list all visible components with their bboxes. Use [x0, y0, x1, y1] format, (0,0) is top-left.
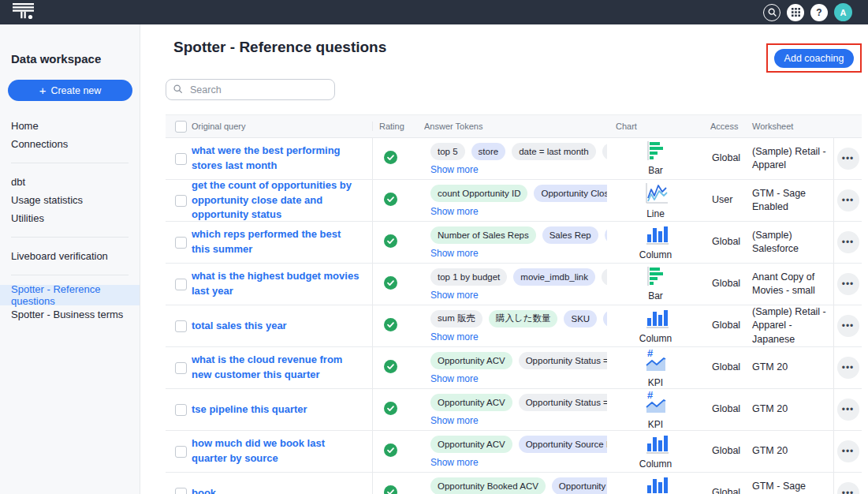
table-row: book Opportunity Booked ACVOpportunity S… — [166, 473, 862, 494]
table-body: what were the best performing stores las… — [166, 138, 862, 494]
show-more-link[interactable]: Show more — [430, 290, 607, 301]
column-header-worksheet[interactable]: Worksheet — [746, 122, 833, 131]
column-chart-icon — [643, 308, 669, 332]
token-chip: Opportunity Source De — [519, 436, 607, 453]
show-more-link[interactable]: Show more — [430, 331, 607, 342]
sidebar-divider — [11, 163, 129, 163]
query-link[interactable]: tse pipeline this quarter — [192, 402, 307, 417]
rating-check-circle-icon — [384, 276, 397, 293]
answer-tokens: top 5storedate = last months — [430, 143, 607, 160]
row-checkbox[interactable] — [175, 237, 187, 249]
token-chip: SKU — [564, 310, 597, 327]
row-checkbox[interactable] — [175, 279, 187, 290]
answer-tokens: Opportunity ACVOpportunity Status = 't — [430, 352, 607, 369]
worksheet-name: GTM 20 — [752, 402, 788, 417]
sidebar-item-spotter-reference-questions[interactable]: Spotter - Reference questions — [0, 285, 140, 305]
column-header-chart[interactable]: Chart — [607, 122, 704, 131]
column-header-access[interactable]: Access — [704, 122, 746, 131]
row-checkbox[interactable] — [175, 488, 187, 494]
query-link[interactable]: total sales this year — [192, 319, 287, 334]
column-header-original-query[interactable]: Original query — [192, 122, 372, 131]
row-actions-button[interactable]: ••• — [837, 189, 859, 211]
apps-grid-icon[interactable] — [787, 4, 804, 21]
row-actions-button[interactable]: ••• — [837, 440, 859, 462]
token-chip: store — [471, 143, 506, 160]
add-coaching-button[interactable]: Add coaching — [774, 49, 854, 68]
sidebar-divider — [11, 237, 129, 238]
table-row: what is the highest budget movies last y… — [166, 264, 862, 305]
search-field[interactable] — [166, 79, 335, 100]
chart-type-label: Column — [639, 249, 672, 260]
sidebar-item-usage-statistics[interactable]: Usage statistics — [0, 191, 140, 209]
row-actions-button[interactable]: ••• — [837, 357, 859, 379]
token-chip: Number of Sales Reps — [430, 226, 536, 244]
show-more-link[interactable]: Show more — [430, 164, 607, 175]
worksheet-name: GTM - Sage Enabled — [752, 480, 830, 494]
access-value: Global — [712, 319, 740, 333]
query-link[interactable]: what is the highest budget movies last y… — [192, 269, 361, 299]
table-row: which reps performed the best this summe… — [166, 222, 862, 264]
row-actions-button[interactable]: ••• — [837, 399, 859, 421]
query-link[interactable]: get the count of opportunities by opport… — [192, 178, 361, 223]
table-row: what is the cloud revenue from new custo… — [166, 347, 862, 389]
sidebar-item-spotter-business-terms[interactable]: Spotter - Business terms — [0, 305, 140, 324]
row-actions-button[interactable]: ••• — [837, 148, 859, 170]
token-chip: s — [602, 143, 607, 160]
chart-type-label: KPI — [648, 419, 663, 430]
kpi-chart-icon: # — [643, 348, 669, 376]
table-row: get the count of opportunities by opport… — [166, 180, 862, 222]
answer-tokens: sum 販売購入した数量SKUア・ — [430, 310, 607, 327]
sidebar-item-dbt[interactable]: dbt — [0, 173, 140, 191]
column-chart-icon — [643, 224, 669, 249]
query-link[interactable]: what is the cloud revenue from new custo… — [192, 353, 361, 383]
sidebar-item-connections[interactable]: Connections — [0, 135, 140, 153]
token-chip: Sales Rep — [542, 226, 598, 244]
row-actions-button[interactable]: ••• — [837, 273, 859, 295]
show-more-link[interactable]: Show more — [430, 373, 607, 384]
sidebar-title: Data workspace — [11, 52, 140, 65]
query-link[interactable]: book — [192, 486, 216, 494]
row-checkbox[interactable] — [175, 195, 187, 207]
show-more-link[interactable]: Show more — [430, 457, 607, 468]
access-value: Global — [712, 486, 740, 494]
avatar[interactable]: A — [834, 3, 852, 21]
annotation-red-box: Add coaching — [766, 43, 862, 73]
row-actions-button[interactable]: ••• — [837, 231, 859, 253]
show-more-link[interactable]: Show more — [430, 248, 607, 259]
query-link[interactable]: how much did we book last quarter by sou… — [192, 436, 361, 466]
svg-text:#: # — [647, 348, 654, 359]
help-icon[interactable]: ? — [810, 4, 828, 21]
rating-check-circle-icon — [384, 151, 397, 167]
query-link[interactable]: what were the best performing stores las… — [192, 144, 361, 174]
rating-check-circle-icon — [384, 360, 397, 376]
token-chip: Cl — [605, 226, 607, 244]
worksheet-name: GTM 20 — [752, 361, 788, 375]
show-more-link[interactable]: Show more — [430, 206, 607, 217]
sidebar-item-utilities[interactable]: Utilities — [0, 209, 140, 227]
search-input[interactable] — [188, 84, 328, 96]
access-value: Global — [712, 361, 740, 375]
row-checkbox[interactable] — [175, 153, 187, 165]
table-row: what were the best performing stores las… — [166, 138, 862, 180]
sidebar-item-liveboard-verification[interactable]: Liveboard verification — [0, 247, 140, 265]
column-header-rating[interactable]: Rating — [372, 122, 424, 131]
sidebar-item-home[interactable]: Home — [0, 117, 140, 135]
token-chip: Opportunity ACV — [430, 352, 512, 369]
worksheet-name: (Sample) Salesforce — [752, 229, 830, 256]
bar-chart-icon — [643, 141, 669, 164]
search-icon[interactable] — [763, 4, 780, 21]
thoughtspot-logo-icon[interactable] — [10, 2, 37, 24]
row-checkbox[interactable] — [175, 446, 187, 458]
row-checkbox[interactable] — [175, 320, 187, 332]
show-more-link[interactable]: Show more — [430, 415, 607, 426]
select-all-checkbox[interactable] — [175, 121, 187, 133]
row-actions-button[interactable]: ••• — [837, 315, 859, 337]
worksheet-name: GTM 20 — [752, 444, 788, 458]
query-link[interactable]: which reps performed the best this summe… — [192, 227, 361, 257]
row-checkbox[interactable] — [175, 362, 187, 374]
row-actions-button[interactable]: ••• — [837, 482, 859, 494]
row-checkbox[interactable] — [175, 404, 187, 416]
column-header-answer-tokens[interactable]: Answer Tokens — [424, 122, 607, 131]
create-new-button[interactable]: + Create new — [8, 80, 132, 101]
table-row: total sales this year sum 販売購入した数量SKUア・ … — [166, 305, 862, 347]
